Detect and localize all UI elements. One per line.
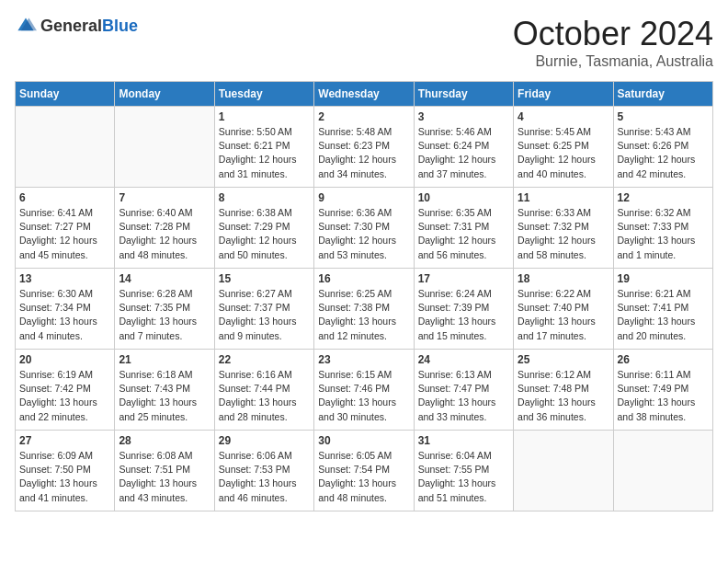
calendar-cell: 17Sunrise: 6:24 AMSunset: 7:39 PMDayligh… <box>414 269 513 350</box>
logo: GeneralBlue <box>15 15 138 37</box>
logo-text-blue: Blue <box>102 17 138 35</box>
calendar-header-row: SundayMondayTuesdayWednesdayThursdayFrid… <box>16 82 713 107</box>
day-number: 4 <box>518 110 609 123</box>
day-info: Sunrise: 6:22 AMSunset: 7:40 PMDaylight:… <box>518 287 609 343</box>
header-cell-saturday: Saturday <box>613 82 712 107</box>
day-number: 24 <box>418 353 509 366</box>
day-info: Sunrise: 6:25 AMSunset: 7:38 PMDaylight:… <box>318 287 409 343</box>
calendar-table: SundayMondayTuesdayWednesdayThursdayFrid… <box>15 81 713 511</box>
calendar-cell: 19Sunrise: 6:21 AMSunset: 7:41 PMDayligh… <box>613 269 712 350</box>
day-info: Sunrise: 6:11 AMSunset: 7:49 PMDaylight:… <box>618 368 709 424</box>
calendar-cell: 3Sunrise: 5:46 AMSunset: 6:24 PMDaylight… <box>414 107 513 188</box>
calendar-week-row: 20Sunrise: 6:19 AMSunset: 7:42 PMDayligh… <box>16 350 713 431</box>
day-info: Sunrise: 5:45 AMSunset: 6:25 PMDaylight:… <box>518 125 609 181</box>
calendar-cell: 8Sunrise: 6:38 AMSunset: 7:29 PMDaylight… <box>214 188 313 269</box>
calendar-cell: 18Sunrise: 6:22 AMSunset: 7:40 PMDayligh… <box>514 269 613 350</box>
day-number: 9 <box>318 191 409 204</box>
day-number: 30 <box>318 434 409 447</box>
day-number: 1 <box>219 110 310 123</box>
header-cell-friday: Friday <box>514 82 613 107</box>
day-info: Sunrise: 6:27 AMSunset: 7:37 PMDaylight:… <box>219 287 310 343</box>
calendar-cell: 14Sunrise: 6:28 AMSunset: 7:35 PMDayligh… <box>115 269 214 350</box>
calendar-cell: 26Sunrise: 6:11 AMSunset: 7:49 PMDayligh… <box>613 350 712 431</box>
calendar-cell: 24Sunrise: 6:13 AMSunset: 7:47 PMDayligh… <box>414 350 513 431</box>
day-number: 27 <box>19 434 110 447</box>
day-number: 11 <box>518 191 609 204</box>
day-number: 8 <box>219 191 310 204</box>
day-number: 17 <box>418 272 509 285</box>
day-info: Sunrise: 6:09 AMSunset: 7:50 PMDaylight:… <box>19 449 110 505</box>
day-info: Sunrise: 6:05 AMSunset: 7:54 PMDaylight:… <box>318 449 409 505</box>
calendar-cell: 23Sunrise: 6:15 AMSunset: 7:46 PMDayligh… <box>314 350 414 431</box>
logo-text-general: General <box>40 17 102 35</box>
day-info: Sunrise: 6:24 AMSunset: 7:39 PMDaylight:… <box>418 287 509 343</box>
day-number: 14 <box>119 272 210 285</box>
day-number: 13 <box>19 272 110 285</box>
day-info: Sunrise: 6:33 AMSunset: 7:32 PMDaylight:… <box>518 206 609 262</box>
day-info: Sunrise: 6:15 AMSunset: 7:46 PMDaylight:… <box>318 368 409 424</box>
day-number: 22 <box>219 353 310 366</box>
calendar-cell: 10Sunrise: 6:35 AMSunset: 7:31 PMDayligh… <box>414 188 513 269</box>
calendar-cell: 1Sunrise: 5:50 AMSunset: 6:21 PMDaylight… <box>214 107 313 188</box>
calendar-cell: 27Sunrise: 6:09 AMSunset: 7:50 PMDayligh… <box>16 431 115 511</box>
calendar-cell: 20Sunrise: 6:19 AMSunset: 7:42 PMDayligh… <box>16 350 115 431</box>
day-info: Sunrise: 6:19 AMSunset: 7:42 PMDaylight:… <box>19 368 110 424</box>
day-info: Sunrise: 6:30 AMSunset: 7:34 PMDaylight:… <box>19 287 110 343</box>
logo-icon <box>15 15 37 37</box>
day-number: 3 <box>418 110 509 123</box>
calendar-cell: 30Sunrise: 6:05 AMSunset: 7:54 PMDayligh… <box>314 431 414 511</box>
title-block: October 2024 Burnie, Tasmania, Australia <box>513 15 713 70</box>
day-info: Sunrise: 6:40 AMSunset: 7:28 PMDaylight:… <box>119 206 210 262</box>
calendar-week-row: 27Sunrise: 6:09 AMSunset: 7:50 PMDayligh… <box>16 431 713 511</box>
day-number: 18 <box>518 272 609 285</box>
calendar-cell: 4Sunrise: 5:45 AMSunset: 6:25 PMDaylight… <box>514 107 613 188</box>
day-info: Sunrise: 5:46 AMSunset: 6:24 PMDaylight:… <box>418 125 509 181</box>
calendar-body: 1Sunrise: 5:50 AMSunset: 6:21 PMDaylight… <box>16 107 713 511</box>
day-info: Sunrise: 6:38 AMSunset: 7:29 PMDaylight:… <box>219 206 310 262</box>
header-cell-sunday: Sunday <box>16 82 115 107</box>
header-cell-wednesday: Wednesday <box>314 82 414 107</box>
day-number: 28 <box>119 434 210 447</box>
day-info: Sunrise: 6:36 AMSunset: 7:30 PMDaylight:… <box>318 206 409 262</box>
header-cell-thursday: Thursday <box>414 82 513 107</box>
calendar-cell: 6Sunrise: 6:41 AMSunset: 7:27 PMDaylight… <box>16 188 115 269</box>
calendar-cell: 15Sunrise: 6:27 AMSunset: 7:37 PMDayligh… <box>214 269 313 350</box>
calendar-week-row: 1Sunrise: 5:50 AMSunset: 6:21 PMDaylight… <box>16 107 713 188</box>
calendar-cell <box>514 431 613 511</box>
day-number: 15 <box>219 272 310 285</box>
calendar-week-row: 6Sunrise: 6:41 AMSunset: 7:27 PMDaylight… <box>16 188 713 269</box>
day-number: 25 <box>518 353 609 366</box>
calendar-cell: 21Sunrise: 6:18 AMSunset: 7:43 PMDayligh… <box>115 350 214 431</box>
day-number: 23 <box>318 353 409 366</box>
calendar-cell: 13Sunrise: 6:30 AMSunset: 7:34 PMDayligh… <box>16 269 115 350</box>
day-info: Sunrise: 6:08 AMSunset: 7:51 PMDaylight:… <box>119 449 210 505</box>
day-number: 29 <box>219 434 310 447</box>
day-number: 31 <box>418 434 509 447</box>
day-info: Sunrise: 6:41 AMSunset: 7:27 PMDaylight:… <box>19 206 110 262</box>
calendar-cell: 31Sunrise: 6:04 AMSunset: 7:55 PMDayligh… <box>414 431 513 511</box>
day-number: 7 <box>119 191 210 204</box>
calendar-cell: 11Sunrise: 6:33 AMSunset: 7:32 PMDayligh… <box>514 188 613 269</box>
calendar-cell <box>613 431 712 511</box>
calendar-week-row: 13Sunrise: 6:30 AMSunset: 7:34 PMDayligh… <box>16 269 713 350</box>
calendar-cell: 28Sunrise: 6:08 AMSunset: 7:51 PMDayligh… <box>115 431 214 511</box>
day-number: 10 <box>418 191 509 204</box>
calendar-cell: 16Sunrise: 6:25 AMSunset: 7:38 PMDayligh… <box>314 269 414 350</box>
day-info: Sunrise: 5:50 AMSunset: 6:21 PMDaylight:… <box>219 125 310 181</box>
page-header: GeneralBlue October 2024 Burnie, Tasmani… <box>15 15 713 70</box>
calendar-cell: 29Sunrise: 6:06 AMSunset: 7:53 PMDayligh… <box>214 431 313 511</box>
header-cell-tuesday: Tuesday <box>214 82 313 107</box>
day-info: Sunrise: 5:48 AMSunset: 6:23 PMDaylight:… <box>318 125 409 181</box>
day-info: Sunrise: 6:16 AMSunset: 7:44 PMDaylight:… <box>219 368 310 424</box>
month-title: October 2024 <box>513 15 713 53</box>
day-info: Sunrise: 6:18 AMSunset: 7:43 PMDaylight:… <box>119 368 210 424</box>
calendar-cell: 2Sunrise: 5:48 AMSunset: 6:23 PMDaylight… <box>314 107 414 188</box>
day-number: 12 <box>618 191 709 204</box>
calendar-cell: 9Sunrise: 6:36 AMSunset: 7:30 PMDaylight… <box>314 188 414 269</box>
day-number: 6 <box>19 191 110 204</box>
day-number: 5 <box>618 110 709 123</box>
day-info: Sunrise: 6:06 AMSunset: 7:53 PMDaylight:… <box>219 449 310 505</box>
day-number: 16 <box>318 272 409 285</box>
day-info: Sunrise: 6:13 AMSunset: 7:47 PMDaylight:… <box>418 368 509 424</box>
day-number: 21 <box>119 353 210 366</box>
